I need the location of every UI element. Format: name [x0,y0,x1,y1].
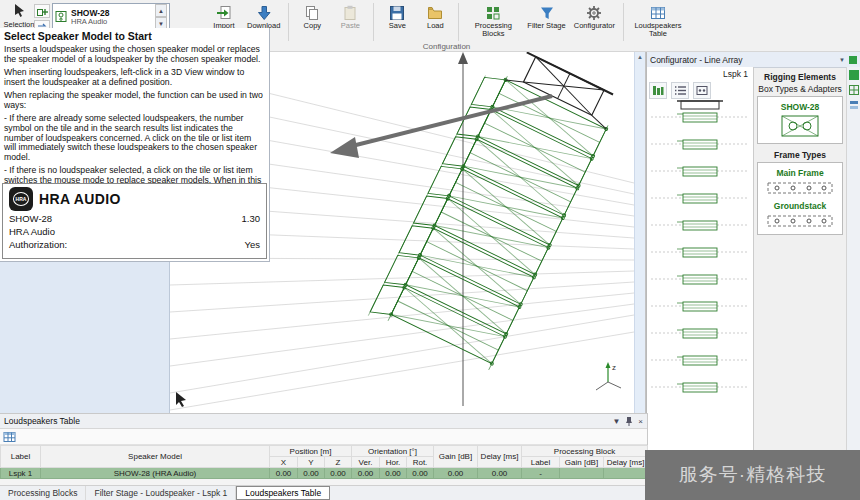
col-label[interactable]: Label [1,446,41,468]
cell-delay[interactable]: 0.00 [478,468,522,479]
box-type-item-show28[interactable]: SHOW-28 [778,101,822,139]
panel-menu-icon[interactable]: ▼ [839,57,845,63]
col-processing-group[interactable]: Processing Block [522,446,648,457]
card-vendor-row: HRA Audio [9,226,260,237]
col-rot[interactable]: Rot. [407,457,434,468]
cell-pb-label[interactable]: - [522,468,560,479]
col-pb-label[interactable]: Label [522,457,560,468]
cell-ver[interactable]: 0.00 [352,468,380,479]
frame-type-label: Groundstack [774,201,826,211]
col-orientation-group[interactable]: Orientation [°] [352,446,434,457]
panel-dropdown-icon[interactable]: ▼ [612,417,620,426]
filter-stage-icon [539,5,555,21]
cell-rot[interactable]: 0.00 [407,468,434,479]
right-dock-strip [846,67,860,500]
col-position-group[interactable]: Position [m] [270,446,352,457]
help-paragraph: Inserts a loudspeaker using the chosen s… [4,45,263,64]
dock-stack-icon[interactable] [849,100,859,110]
configurator-panel: Configurator - Line Array ▼ Lspk 1 [646,52,860,500]
paste-button[interactable]: Paste [332,3,368,32]
col-delay[interactable]: Delay [ms] [478,446,522,468]
frame-view-icon[interactable] [693,82,711,99]
table-row[interactable]: Lspk 1 SHOW-28 (HRA Audio) 0.00 0.00 0.0… [1,468,648,479]
tab-processing-blocks[interactable]: Processing Blocks [0,486,86,500]
paste-label: Paste [341,22,360,30]
configurator-body: Lspk 1 [647,67,846,500]
scroll-up-icon[interactable]: ▲ [637,54,643,413]
dock-grid-icon[interactable] [849,85,859,95]
col-pb-gain[interactable]: Gain [dB] [560,457,604,468]
processing-blocks-button[interactable]: Processing Blocks [464,3,522,40]
filter-stage-button[interactable]: Filter Stage [524,3,568,32]
configurator-title: Configurator - Line Array [650,55,835,65]
frame-type-item-main-frame[interactable]: Main Frame [765,167,835,197]
cell-model[interactable]: SHOW-28 (HRA Audio) [41,468,270,479]
close-icon[interactable]: × [638,417,643,426]
tab-loudspeakers-table[interactable]: Loudspeakers Table [236,486,330,500]
save-label: Save [389,22,406,30]
table-tool-icon[interactable] [3,431,16,443]
card-model: SHOW-28 [9,213,52,224]
card-header: HRA HRA AUDIO [9,187,260,211]
copy-button[interactable]: Copy [294,3,330,32]
dock-array-icon[interactable] [849,70,859,80]
col-x[interactable]: X [270,457,298,468]
authorization-value: Yes [245,239,261,250]
array-preview-pane[interactable]: Lspk 1 [647,67,754,500]
frame-types-title: Frame Types [757,150,843,160]
loudspeakers-table-titlebar[interactable]: Loudspeakers Table ▼ × [0,414,647,429]
ribbon-group-caption: Configuration [423,42,471,51]
insert-speaker-icon[interactable] [34,4,50,18]
box-type-icon [780,114,820,138]
list-view-icon[interactable] [671,82,689,99]
ribbon-separator [458,3,459,41]
help-paragraph: When replacing the speaker model, the fu… [4,91,263,110]
load-button[interactable]: Load [417,3,453,32]
load-label: Load [427,22,444,30]
cell-pb-delay[interactable] [604,468,648,479]
speaker-model-selector[interactable]: SHOW-28 HRA Audio ▲ ▼ [52,3,170,31]
col-gain[interactable]: Gain [dB] [434,446,478,468]
card-model-row: SHOW-28 1.30 [9,213,260,224]
frame-type-item-groundstack[interactable]: Groundstack [765,200,835,230]
spinner-up-icon[interactable]: ▲ [155,4,167,17]
save-button[interactable]: Save [379,3,415,32]
copy-label: Copy [304,22,322,30]
z-axis-label: z [612,363,616,372]
configurator-header[interactable]: Configurator - Line Array ▼ [647,52,860,68]
cell-label[interactable]: Lspk 1 [1,468,41,479]
array-view-icon[interactable] [649,82,667,99]
speaker-box-icon [55,10,68,25]
ribbon-separator [288,3,289,41]
cell-x[interactable]: 0.00 [270,468,298,479]
watermark-overlay: 服务号·精格科技 [645,450,860,500]
view-cursor-icon [176,392,186,407]
table-header-row: Label Speaker Model Position [m] Orienta… [1,446,648,457]
pin-icon[interactable] [625,416,633,426]
ribbon-separator [623,3,624,41]
cell-pb-gain[interactable] [560,468,604,479]
selection-tool[interactable]: Selection [4,3,34,29]
col-ver[interactable]: Ver. [352,457,380,468]
cell-z[interactable]: 0.00 [325,468,352,479]
col-z[interactable]: Z [325,457,352,468]
loudspeakers-table: Label Speaker Model Position [m] Orienta… [0,445,648,479]
help-paragraph: - If there are already some selected lou… [4,114,263,162]
selector-vendor: HRA Audio [71,18,152,26]
configurator-button[interactable]: Configurator [571,3,618,32]
cell-gain[interactable]: 0.00 [434,468,478,479]
view3d-scrollbar[interactable]: ▲ [634,52,645,413]
col-hor[interactable]: Hor. [380,457,407,468]
loudspeakers-table-title: Loudspeakers Table [4,416,607,426]
cell-y[interactable]: 0.00 [298,468,325,479]
download-icon [256,5,272,21]
authorization-label: Authorization: [9,239,67,250]
loudspeakers-table-button[interactable]: Loudspeakers Table [629,3,687,40]
tab-filter-stage[interactable]: Filter Stage - Loudspeaker - Lspk 1 [86,486,236,500]
col-speaker-model[interactable]: Speaker Model [41,446,270,468]
col-pb-delay[interactable]: Delay [ms] [604,457,648,468]
col-y[interactable]: Y [298,457,325,468]
lspk-label: Lspk 1 [723,69,748,79]
processing-blocks-icon [485,5,501,21]
cell-hor[interactable]: 0.00 [380,468,407,479]
